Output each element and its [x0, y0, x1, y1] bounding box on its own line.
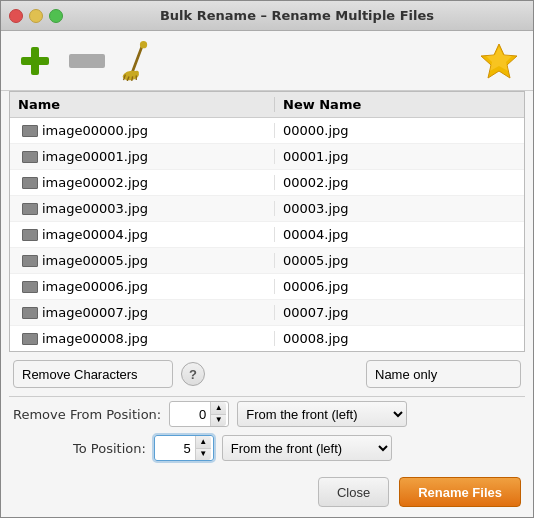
rename-button[interactable]: Rename Files: [399, 477, 521, 507]
from-position-up[interactable]: ▲: [211, 402, 226, 415]
file-newname-cell: 00002.jpg: [275, 175, 524, 190]
close-window-button[interactable]: [9, 9, 23, 23]
col-newname-header: New Name: [275, 97, 514, 112]
file-newname-text: 00007.jpg: [283, 305, 349, 320]
to-position-up[interactable]: ▲: [196, 436, 211, 449]
file-name-text: image00006.jpg: [42, 279, 148, 294]
file-icon: [22, 281, 38, 293]
file-newname-cell: 00007.jpg: [275, 305, 524, 320]
file-name-text: image00003.jpg: [42, 201, 148, 216]
star-icon: [479, 41, 519, 81]
toolbar: [1, 31, 533, 91]
controls-row3: To Position: ▲ ▼ From the front (left) F…: [1, 431, 533, 469]
file-name-cell: image00007.jpg: [10, 305, 275, 320]
table-row[interactable]: image00007.jpg 00007.jpg: [10, 300, 524, 326]
file-newname-cell: 00006.jpg: [275, 279, 524, 294]
table-row[interactable]: image00001.jpg 00001.jpg: [10, 144, 524, 170]
table-row[interactable]: image00003.jpg 00003.jpg: [10, 196, 524, 222]
file-newname-text: 00006.jpg: [283, 279, 349, 294]
file-name-text: image00004.jpg: [42, 227, 148, 242]
to-position-spinner: ▲ ▼: [195, 436, 211, 460]
file-icon: [22, 151, 38, 163]
svg-line-2: [132, 44, 143, 73]
file-newname-text: 00004.jpg: [283, 227, 349, 242]
minimize-button[interactable]: [29, 9, 43, 23]
file-name-text: image00001.jpg: [42, 149, 148, 164]
close-button[interactable]: Close: [318, 477, 389, 507]
svg-rect-1: [31, 47, 39, 75]
file-name-cell: image00003.jpg: [10, 201, 275, 216]
to-position-type-select[interactable]: From the front (left) From the back (rig…: [222, 435, 392, 461]
file-name-cell: image00002.jpg: [10, 175, 275, 190]
file-newname-text: 00008.jpg: [283, 331, 349, 346]
file-newname-text: 00001.jpg: [283, 149, 349, 164]
table-row[interactable]: image00006.jpg 00006.jpg: [10, 274, 524, 300]
file-name-cell: image00000.jpg: [10, 123, 275, 138]
file-icon: [22, 255, 38, 267]
controls-row1: Remove Characters Add Characters Replace…: [1, 352, 533, 396]
file-name-text: image00002.jpg: [42, 175, 148, 190]
table-row[interactable]: image00008.jpg 00008.jpg: [10, 326, 524, 351]
file-icon: [22, 177, 38, 189]
file-name-text: image00005.jpg: [42, 253, 148, 268]
file-icon: [22, 203, 38, 215]
file-icon: [22, 333, 38, 345]
file-name-text: image00000.jpg: [42, 123, 148, 138]
to-position-label: To Position:: [73, 441, 146, 456]
window-title: Bulk Rename – Rename Multiple Files: [69, 8, 525, 23]
from-position-label: Remove From Position:: [13, 407, 161, 422]
file-list-header: Name New Name: [10, 92, 524, 118]
to-position-input-wrap: ▲ ▼: [154, 435, 214, 461]
minus-icon: [69, 54, 105, 68]
col-name-header: Name: [10, 97, 275, 112]
from-position-input-wrap: ▲ ▼: [169, 401, 229, 427]
table-row[interactable]: image00000.jpg 00000.jpg: [10, 118, 524, 144]
titlebar: Bulk Rename – Rename Multiple Files: [1, 1, 533, 31]
file-icon: [22, 307, 38, 319]
maximize-button[interactable]: [49, 9, 63, 23]
name-only-select[interactable]: Name only Extension only Name and Extens…: [366, 360, 521, 388]
from-position-input[interactable]: [170, 407, 210, 422]
file-newname-cell: 00005.jpg: [275, 253, 524, 268]
file-list-container: Name New Name image00000.jpg 00000.jpg i…: [9, 91, 525, 352]
add-icon: [17, 43, 53, 79]
svg-line-7: [132, 76, 133, 81]
file-newname-cell: 00008.jpg: [275, 331, 524, 346]
add-files-button[interactable]: [13, 39, 57, 83]
file-icon: [22, 125, 38, 137]
table-row[interactable]: image00005.jpg 00005.jpg: [10, 248, 524, 274]
help-button[interactable]: ?: [181, 362, 205, 386]
file-name-cell: image00008.jpg: [10, 331, 275, 346]
file-newname-text: 00005.jpg: [283, 253, 349, 268]
file-name-text: image00007.jpg: [42, 305, 148, 320]
file-list-body[interactable]: image00000.jpg 00000.jpg image00001.jpg …: [10, 118, 524, 351]
file-newname-cell: 00003.jpg: [275, 201, 524, 216]
main-window: Bulk Rename – Rename Multiple Files: [0, 0, 534, 518]
file-name-cell: image00004.jpg: [10, 227, 275, 242]
controls-row2: Remove From Position: ▲ ▼ From the front…: [1, 397, 533, 431]
file-name-cell: image00006.jpg: [10, 279, 275, 294]
remove-files-button[interactable]: [65, 39, 109, 83]
to-position-input[interactable]: [155, 441, 195, 456]
file-newname-text: 00000.jpg: [283, 123, 349, 138]
svg-point-9: [140, 41, 147, 48]
file-name-cell: image00001.jpg: [10, 149, 275, 164]
file-name-text: image00008.jpg: [42, 331, 148, 346]
from-position-down[interactable]: ▼: [211, 415, 226, 427]
clear-button[interactable]: [117, 39, 161, 83]
file-newname-cell: 00000.jpg: [275, 123, 524, 138]
favorites-button[interactable]: [477, 39, 521, 83]
operation-select[interactable]: Remove Characters Add Characters Replace…: [13, 360, 173, 388]
file-newname-text: 00003.jpg: [283, 201, 349, 216]
broom-icon: [121, 41, 157, 81]
file-newname-cell: 00004.jpg: [275, 227, 524, 242]
file-icon: [22, 229, 38, 241]
table-row[interactable]: image00004.jpg 00004.jpg: [10, 222, 524, 248]
table-row[interactable]: image00002.jpg 00002.jpg: [10, 170, 524, 196]
file-newname-text: 00002.jpg: [283, 175, 349, 190]
from-position-type-select[interactable]: From the front (left) From the back (rig…: [237, 401, 407, 427]
to-position-down[interactable]: ▼: [196, 449, 211, 461]
file-newname-cell: 00001.jpg: [275, 149, 524, 164]
file-name-cell: image00005.jpg: [10, 253, 275, 268]
button-row: Close Rename Files: [1, 469, 533, 517]
